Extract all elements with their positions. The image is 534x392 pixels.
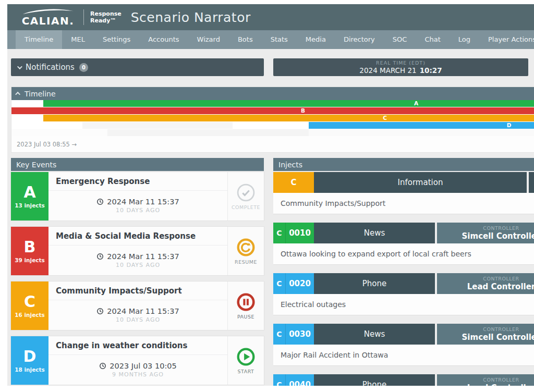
key-event-card[interactable]: C 16 injects Community Impacts/Support	[11, 281, 264, 330]
nav-tab[interactable]: Player Actions	[479, 30, 534, 49]
key-event-inject-count: 39 injects	[15, 257, 45, 263]
nav-tab[interactable]: Chat	[416, 30, 449, 49]
inject-card[interactable]: C Information Community Impacts/Support	[273, 172, 534, 214]
inject-card[interactable]: C 0030 News CONTROLLER Simcell Controlle…	[273, 324, 534, 365]
inject-body-text: Ottawa looking to expand export of local…	[273, 243, 534, 264]
timeline-bar-label: B	[301, 107, 305, 114]
key-event-when: 2024 Mar 11 15:37 10 DAYS AGO	[48, 300, 227, 330]
page-title: Scenario Narrator	[131, 10, 251, 25]
inject-letter-cell: C	[273, 374, 286, 386]
nav-tab[interactable]: Timeline	[16, 30, 62, 49]
clock-icon	[96, 253, 104, 260]
nav-tab[interactable]: Accounts	[139, 30, 188, 49]
timeline-start-label: 2023 Jul 03 08:55 →	[11, 136, 534, 152]
status-button[interactable]: RESUME	[227, 227, 264, 275]
injects-header: Injects	[273, 158, 534, 171]
nav-tab[interactable]: Log	[450, 30, 479, 49]
inject-card[interactable]: C 0040 Phone CONTROLLER Lead Controller	[273, 374, 534, 386]
inject-controller-cell: CONTROLLER Simcell Controller	[437, 324, 534, 345]
inject-number-cell: 0030	[286, 324, 314, 345]
clock-icon	[96, 308, 104, 315]
app-window: CALIAN. Response Ready™ Scenario Narrato…	[7, 4, 534, 386]
key-events-list: A 13 injects Emergency Response	[11, 172, 264, 385]
nav-tab[interactable]: Directory	[335, 30, 384, 49]
key-event-card[interactable]: A 13 injects Emergency Response	[11, 172, 264, 220]
key-event-title: Community Impacts/Support	[48, 281, 227, 300]
key-event-card[interactable]: D 18 injects Change in weather condition…	[11, 336, 264, 385]
nav-tab[interactable]: Settings	[94, 30, 139, 49]
inject-header: C 0010 News CONTROLLER Simcell Controlle…	[273, 223, 534, 243]
status-label: COMPLETE	[232, 204, 260, 210]
main-row: Key Events A 13 injects Emergency Respon…	[11, 158, 534, 386]
injects-title: Injects	[278, 161, 302, 169]
key-event-ago: 10 DAYS AGO	[116, 316, 160, 323]
inject-body-text: Community Impacts/Support	[273, 193, 534, 214]
key-event-datetime-row: 2024 Mar 11 15:37	[96, 307, 179, 315]
inject-controller-cell: CONTROLLER Simcell Controller	[437, 223, 534, 243]
key-event-ago: 10 DAYS AGO	[116, 262, 160, 268]
key-event-when: 2023 Jul 03 10:05 9 MONTHS AGO	[48, 355, 227, 385]
key-event-datetime-row: 2023 Jul 03 10:05	[99, 362, 176, 370]
status-label: START	[238, 369, 254, 374]
nav-tab[interactable]: SOC	[384, 30, 416, 49]
key-event-datetime: 2024 Mar 11 15:37	[107, 307, 179, 315]
clock-icon	[96, 198, 104, 205]
status-button[interactable]: PAUSE	[227, 281, 264, 330]
timeline-bars: A B C D	[11, 100, 534, 129]
timeline-panel: Timeline A B C	[11, 87, 534, 153]
key-event-title: Change in weather conditions	[48, 336, 227, 355]
nav-tab[interactable]: MEL	[62, 30, 94, 49]
key-event-datetime-row: 2024 Mar 11 15:37	[96, 252, 179, 261]
timeline-panel-header[interactable]: Timeline	[11, 87, 534, 100]
key-event-card[interactable]: B 39 injects Media & Social Media Respon…	[11, 227, 264, 275]
nav-tab[interactable]: Bots	[229, 30, 262, 49]
inject-type-cell: News	[314, 223, 435, 243]
inject-controller-name: Simcell Controller	[462, 333, 534, 342]
nav-tab[interactable]: Stats	[262, 30, 297, 49]
inject-number-cell: 0020	[286, 273, 314, 294]
key-event-letter-block: D 18 injects	[11, 336, 48, 385]
inject-controller-name: Lead Controller	[467, 282, 534, 292]
resume-icon	[236, 238, 256, 257]
status-button[interactable]: COMPLETE	[227, 172, 264, 220]
timeline-bar	[43, 115, 534, 121]
inject-body-text: Major Rail Accident in Ottawa	[273, 345, 534, 365]
inject-header: C 0040 Phone CONTROLLER Lead Controller	[273, 374, 534, 386]
key-event-content: Community Impacts/Support 2024 Mar 11 15…	[48, 281, 227, 330]
status-icon	[236, 183, 256, 202]
inject-type-cell: Information	[314, 172, 527, 193]
brand-name: CALIAN.	[22, 16, 75, 26]
key-event-datetime-row: 2024 Mar 11 15:37	[96, 198, 179, 206]
timeline-bar-row[interactable]: C	[11, 115, 534, 121]
inject-letter-cell: C	[273, 324, 286, 345]
inject-controller-cell: CONTROLLER Lead Controller	[437, 273, 534, 294]
inject-number-cell: 0010	[286, 223, 314, 243]
key-event-content: Media & Social Media Response 2024 Mar 1…	[48, 227, 227, 275]
nav-tab[interactable]: Wizard	[188, 30, 229, 49]
key-event-title: Media & Social Media Response	[48, 227, 227, 246]
timeline-bar-row[interactable]: B	[11, 107, 534, 114]
notifications-bar[interactable]: Notifications 0	[11, 58, 264, 76]
realtime-label: REAL TIME (EDT)	[376, 60, 426, 66]
inject-card[interactable]: C 0020 Phone CONTROLLER Lead Controller …	[273, 273, 534, 315]
inject-card[interactable]: C 0010 News CONTROLLER Simcell Controlle…	[273, 223, 534, 264]
realtime-date: 2024 MARCH 21	[359, 66, 416, 75]
realtime-panel: REAL TIME (EDT) 2024 MARCH 2110:27	[273, 58, 528, 76]
calian-logo: CALIAN.	[20, 8, 76, 26]
status-button[interactable]: START	[227, 336, 264, 385]
inject-controller-label: CONTROLLER	[483, 276, 519, 282]
inject-header: C Information	[273, 172, 534, 193]
key-event-inject-count: 13 injects	[15, 202, 45, 209]
inject-header: C 0020 Phone CONTROLLER Lead Controller	[273, 273, 534, 294]
inject-letter-cell: C	[273, 273, 286, 294]
inject-controller-name: Simcell Controller	[462, 231, 534, 241]
timeline-bar-row[interactable]: D	[11, 122, 534, 129]
timeline-bar	[43, 100, 534, 107]
realtime-time: 10:27	[420, 66, 442, 75]
inject-letter-cell: C	[273, 172, 314, 193]
play-icon	[236, 347, 256, 366]
key-event-letter-block: B 39 injects	[11, 227, 48, 275]
status-icon	[236, 347, 256, 366]
nav-tab[interactable]: Media	[297, 30, 335, 49]
timeline-bar-row[interactable]: A	[11, 100, 534, 107]
